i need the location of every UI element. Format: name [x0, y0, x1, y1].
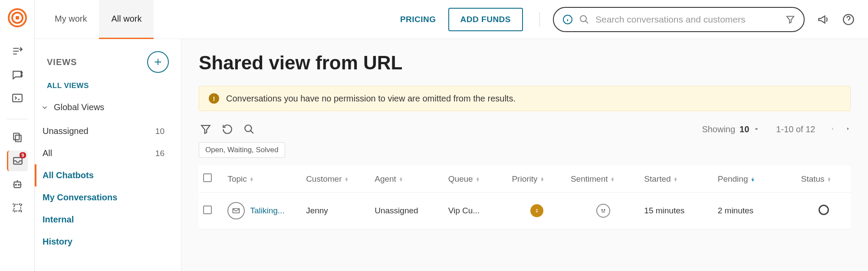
- svg-point-4: [21, 75, 22, 76]
- svg-point-16: [20, 210, 21, 212]
- copy-icon[interactable]: [7, 127, 28, 148]
- svg-rect-6: [13, 133, 19, 140]
- reset-button[interactable]: [220, 122, 234, 136]
- tab-all-work[interactable]: All work: [99, 0, 154, 39]
- priority-badge: [530, 204, 543, 217]
- separator: [539, 12, 540, 27]
- svg-point-14: [20, 203, 21, 205]
- crop-icon[interactable]: [7, 197, 28, 218]
- sidebar-item-history[interactable]: History: [35, 231, 181, 253]
- col-customer[interactable]: Customer: [306, 174, 342, 183]
- content: Shared view from URL ! Conversations you…: [181, 39, 868, 271]
- sidebar-item-all[interactable]: All 16: [35, 142, 181, 164]
- svg-point-23: [604, 209, 605, 210]
- col-status[interactable]: Status: [801, 174, 825, 183]
- col-topic[interactable]: Topic: [227, 174, 247, 183]
- row-checkbox[interactable]: [203, 206, 212, 214]
- svg-point-11: [18, 184, 19, 185]
- chat-icon[interactable]: [7, 64, 28, 85]
- sidebar-item-internal[interactable]: Internal: [35, 209, 181, 231]
- inbox-badge: 9: [20, 152, 26, 158]
- info-icon[interactable]: [562, 14, 573, 25]
- sidebar-item-label: History: [43, 237, 72, 247]
- chevron-down-icon[interactable]: [753, 126, 760, 132]
- warning-icon: !: [209, 93, 219, 104]
- status-indicator: [819, 205, 829, 215]
- permission-notice: ! Conversations you have no permission t…: [199, 86, 851, 111]
- showing-value[interactable]: 10: [740, 124, 749, 134]
- sidebar-item-count: 16: [155, 149, 164, 158]
- brand-logo[interactable]: [7, 8, 27, 28]
- table-row[interactable]: Taliking... Jenny Unassigned Vip Cu...: [199, 193, 851, 229]
- filter-button[interactable]: [199, 122, 213, 136]
- svg-rect-7: [15, 135, 21, 142]
- filter-icon[interactable]: [786, 15, 795, 24]
- cell-queue: Vip Cu...: [444, 193, 508, 229]
- svg-point-3: [21, 72, 22, 73]
- sidebar-item-all-chatbots[interactable]: All Chatbots: [35, 164, 181, 186]
- col-started[interactable]: Started: [644, 174, 671, 183]
- pager-next[interactable]: [845, 125, 851, 132]
- pager-prev[interactable]: [830, 125, 835, 132]
- pricing-link[interactable]: PRICING: [400, 15, 436, 24]
- svg-rect-5: [13, 94, 22, 101]
- svg-point-10: [15, 184, 16, 185]
- sidebar-item-label: Internal: [43, 215, 74, 225]
- sidebar: VIEWS ALL VIEWS Global Views Unassigned …: [35, 39, 181, 271]
- add-view-button[interactable]: [147, 51, 169, 73]
- svg-point-20: [245, 125, 251, 131]
- showing-label: Showing: [702, 124, 735, 134]
- sidebar-item-label: My Conversations: [43, 193, 117, 202]
- tabs: My work All work: [43, 0, 154, 39]
- global-views-toggle[interactable]: Global Views: [35, 99, 181, 120]
- select-all-checkbox[interactable]: [203, 173, 212, 182]
- search-button[interactable]: [242, 122, 256, 136]
- help-icon[interactable]: [842, 13, 855, 26]
- sidebar-item-count: 10: [155, 127, 164, 136]
- page-title: Shared view from URL: [199, 52, 851, 74]
- terminal-icon[interactable]: [7, 88, 28, 108]
- outbound-icon[interactable]: [7, 41, 28, 62]
- notice-text: Conversations you have no permission to …: [226, 94, 516, 104]
- svg-point-13: [13, 203, 15, 205]
- all-views-link[interactable]: ALL VIEWS: [35, 79, 181, 99]
- toolbar: Showing 10 1-10 of 12: [199, 122, 851, 136]
- inbox-icon[interactable]: 9: [7, 150, 28, 171]
- global-views-label: Global Views: [54, 102, 104, 112]
- search-bar[interactable]: [553, 7, 805, 32]
- topbar: My work All work PRICING ADD FUNDS: [35, 0, 868, 39]
- conversations-table: Topic▲▼ Customer▲▼ Agent▲▼ Queue▲▼ Prior…: [199, 166, 851, 229]
- svg-point-15: [13, 210, 15, 212]
- col-priority[interactable]: Priority: [512, 174, 537, 183]
- views-title: VIEWS: [47, 57, 77, 67]
- sidebar-item-my-conversations[interactable]: My Conversations: [35, 186, 181, 209]
- icon-rail: 9: [0, 0, 35, 271]
- cell-started: 15 minutes: [640, 193, 713, 229]
- cell-agent: Unassigned: [370, 193, 444, 229]
- sentiment-neutral-icon: [596, 204, 610, 218]
- col-pending[interactable]: Pending: [718, 174, 748, 183]
- svg-point-18: [580, 16, 586, 22]
- sidebar-item-label: All Chatbots: [43, 170, 94, 180]
- tab-my-work[interactable]: My work: [43, 0, 99, 39]
- status-filter-chip[interactable]: Open, Waiting, Solved: [199, 142, 285, 158]
- add-funds-button[interactable]: ADD FUNDS: [448, 8, 523, 31]
- svg-point-22: [602, 209, 602, 210]
- sidebar-item-label: All: [43, 148, 52, 158]
- bot-icon[interactable]: [7, 174, 28, 195]
- topic-link[interactable]: Taliking...: [250, 206, 284, 215]
- search-input[interactable]: [595, 14, 779, 25]
- pager-range: 1-10 of 12: [776, 124, 815, 134]
- col-sentiment[interactable]: Sentiment: [571, 174, 608, 183]
- search-icon: [579, 14, 589, 25]
- col-agent[interactable]: Agent: [375, 174, 396, 183]
- chevron-down-icon: [41, 104, 49, 111]
- mail-icon: [227, 202, 245, 219]
- cell-customer: Jenny: [302, 193, 370, 229]
- announce-icon[interactable]: [817, 13, 830, 26]
- sidebar-item-label: Unassigned: [43, 126, 89, 136]
- sidebar-item-unassigned[interactable]: Unassigned 10: [35, 120, 181, 142]
- cell-pending: 2 minutes: [713, 193, 797, 229]
- col-queue[interactable]: Queue: [448, 174, 473, 183]
- svg-rect-2: [16, 16, 19, 20]
